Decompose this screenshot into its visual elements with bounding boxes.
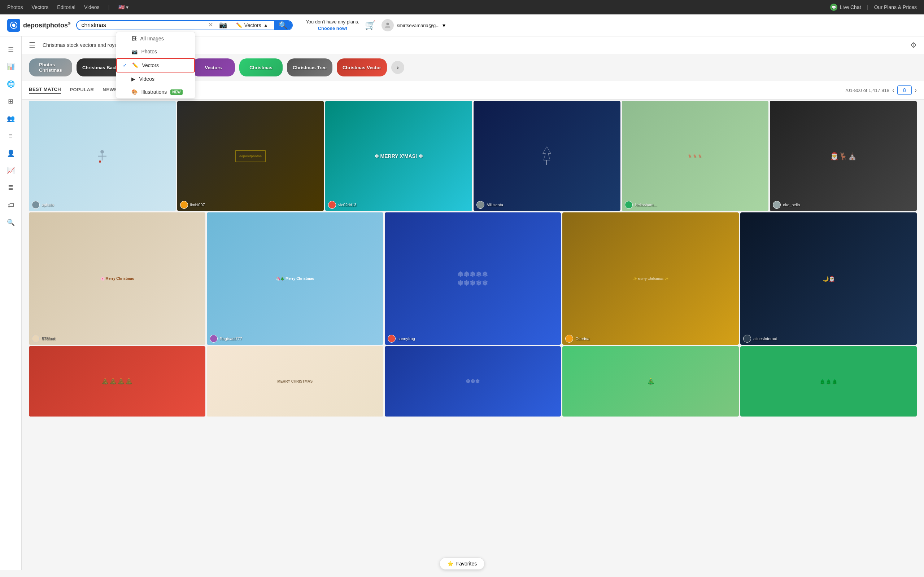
image-card[interactable]: 🦄🎄 Merry Christmas Reginast777 [207,213,383,345]
user-chevron-icon: ▾ [443,22,446,29]
page-input[interactable] [897,85,912,95]
svg-point-2 [386,23,389,25]
dropdown-all-images[interactable]: 🖼 All Images [116,32,195,45]
sidebar-profile-icon[interactable]: 👤 [3,146,18,161]
hamburger-icon[interactable]: ☰ [29,41,36,49]
plans-link[interactable]: Our Plans & Prices [874,4,917,10]
live-chat-button[interactable]: 💬 Live Chat [830,3,861,11]
nav-vectors[interactable]: Vectors [32,4,49,10]
sidebar-menu-icon[interactable]: ☰ [3,42,18,56]
category-chip-christmas-vector[interactable]: Christmas Vector [337,58,387,76]
image-card[interactable]: 🎅🦌⛪ oke_nello [770,101,917,211]
dropdown-vectors[interactable]: ✓ ✏️ Vectors [116,58,195,73]
nav-divider: | [108,4,109,10]
author-info: sunnyfrog [388,335,415,343]
next-page-button[interactable]: › [914,87,917,94]
logo-text: depositphotos® [23,22,70,29]
nav-videos[interactable]: Videos [84,4,100,10]
language-flag[interactable]: 🇺🇸 ▾ [118,4,129,10]
sidebar-search-icon[interactable]: 🔍 [3,215,18,230]
camera-search-button[interactable]: 📷 [216,21,230,29]
pagination-info: 701-800 of 1,417,918 [845,88,889,93]
image-card[interactable]: 🌙🎅 alinesInteract [740,213,917,345]
live-chat-label: Live Chat [840,4,861,10]
category-chip-vectors[interactable]: Vectors [192,58,235,76]
image-card[interactable]: 🌸 Merry Christmas 578foot [29,213,205,345]
sidebar-globe-icon[interactable]: 🌐 [3,77,18,91]
plans-box[interactable]: You don't have any plans. Choose now! [306,19,359,32]
dropdown-videos[interactable]: ▶ Videos [116,73,195,85]
svg-point-1 [12,24,15,27]
search-type-dropdown[interactable]: ✏️ Vectors ▲ [230,21,274,29]
videos-label: Videos [139,76,155,82]
author-info: Ozerina [565,335,590,343]
all-images-icon: 🖼 [131,36,136,42]
vector-icon: ✏️ [236,23,242,28]
image-card[interactable]: ❄❄❄ [385,346,561,417]
favorites-button[interactable]: ⭐ Favorites [439,558,485,570]
image-card[interactable]: depositphotos limbi007 [177,101,324,211]
sidebar-list-icon[interactable]: ≡ [3,129,18,143]
logo-icon [7,19,20,32]
sidebar-tag-icon[interactable]: 🏷 [3,198,18,213]
category-next-arrow[interactable]: › [391,61,404,74]
clear-search-button[interactable]: ✕ [205,21,216,29]
sidebar-grid-icon[interactable]: ⊞ [3,94,18,108]
check-icon: ✓ [123,62,129,68]
dropdown-illustrations[interactable]: 🎨 Illustrations NEW [116,85,195,98]
nav-right: 💬 Live Chat | Our Plans & Prices [830,3,917,11]
logo[interactable]: depositphotos® [7,19,70,32]
live-chat-indicator: 💬 [830,3,837,11]
category-chip-christmas-tree[interactable]: Christmas Tree [287,58,333,76]
dropdown-photos[interactable]: 📷 Photos [116,45,195,58]
category-chip-merry-christmas[interactable]: Christmas [239,58,283,76]
image-card[interactable]: ✨ Merry Christmas ✨ Ozerina [562,213,739,345]
image-card[interactable]: MERRY CHRISTMAS [207,346,383,417]
image-card[interactable]: ❄ MERRY X'MAS! ❄ vic02dd13 [325,101,472,211]
sidebar-stats-icon[interactable]: 📈 [3,163,18,178]
settings-icon[interactable]: ⚙ [910,41,917,49]
pagination: 701-800 of 1,417,918 ‹ › [845,85,917,95]
svg-point-3 [101,150,104,154]
videos-icon: ▶ [131,76,135,82]
image-card[interactable]: 🌲🌲🌲 [740,346,917,417]
vectors-label: Vectors [142,62,159,68]
search-submit-button[interactable]: 🔍 [274,21,292,29]
image-card[interactable]: zphoto [29,101,176,211]
sidebar-analytics-icon[interactable]: 📊 [3,60,18,74]
cart-button[interactable]: 🛒 [365,20,376,30]
author-info: Reginast777 [210,335,242,343]
author-info: Heliosham... [625,201,657,209]
category-chip-photos-christmas[interactable]: PhotosChristmas [29,58,72,76]
image-grid-row2: 🌸 Merry Christmas 578foot 🦄🎄 Merry Chris… [22,213,924,346]
main-layout: ☰ 📊 🌐 ⊞ 👥 ≡ 👤 📈 ≣ 🏷 🔍 ☰ Christmas stock … [0,36,924,570]
search-bar-area: depositphotos® ✕ 📷 ✏️ Vectors ▲ 🔍 🖼 All [0,15,924,36]
nav-photos[interactable]: Photos [7,4,23,10]
plans-line1: You don't have any plans. [306,19,359,25]
author-info: 578foot [32,335,55,343]
nav-editorial[interactable]: Editorial [57,4,76,10]
image-card[interactable]: 🦌🦌🦌 Heliosham... [622,101,769,211]
illustrations-label: Illustrations [141,89,167,95]
sidebar-document-icon[interactable]: ≣ [3,181,18,195]
top-navigation: Photos Vectors Editorial Videos | 🇺🇸 ▾ 💬… [0,0,924,15]
sort-best-match[interactable]: BEST MATCH [29,87,61,94]
sort-popular[interactable]: POPULAR [69,87,94,94]
prev-page-button[interactable]: ‹ [892,87,894,94]
user-menu[interactable]: sibirtsevamaria@g... ▾ [381,19,446,31]
image-card[interactable]: 🎄 [562,346,739,417]
illustrations-icon: 🎨 [131,89,137,95]
search-input[interactable] [81,22,200,29]
favorites-label: Favorites [456,561,477,567]
image-card[interactable]: Millisenta [473,101,620,211]
chevron-up-icon: ▲ [263,23,268,28]
sidebar-users-icon[interactable]: 👥 [3,111,18,126]
image-grid-row3: 🎄🎄🎄🎄 MERRY CHRISTMAS ❄❄❄ [22,346,924,418]
nav-separator: | [867,4,868,10]
image-card[interactable]: ❄❄❄❄❄❄❄❄❄❄ sunnyfrog [385,213,561,345]
plans-line2: Choose now! [306,25,359,32]
image-card[interactable]: 🎄🎄🎄🎄 [29,346,205,417]
author-info: oke_nello [773,201,800,209]
search-wrapper: ✕ 📷 ✏️ Vectors ▲ 🔍 🖼 All Images 📷 Photos [76,20,300,30]
search-input-wrap [77,21,205,29]
